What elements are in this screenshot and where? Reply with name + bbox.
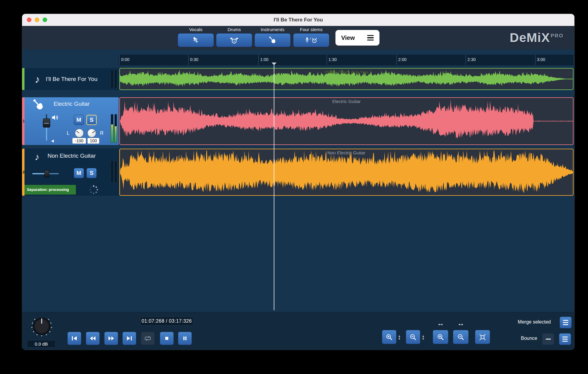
pause-button[interactable] (178, 332, 192, 345)
drum-kit-icon (229, 36, 239, 45)
instruments-button[interactable] (254, 33, 291, 47)
volume-db-readout: 0.0 dB (27, 340, 56, 348)
fader-handle[interactable] (43, 118, 50, 127)
processing-spinner-icon (89, 185, 99, 195)
merge-menu-button[interactable] (560, 317, 572, 328)
demix-pro-logo: DeMiXPRO (510, 31, 564, 45)
speaker-loud-icon (51, 114, 59, 121)
track-color-strip: 2 (22, 149, 24, 196)
zoom-out-width-button[interactable] (453, 330, 469, 344)
logo-text: DeMiX (510, 31, 550, 45)
track-header-electric-guitar[interactable]: Electric Guitar M S L R -100 100 (24, 97, 119, 145)
zoom-out-horizontal-button[interactable] (406, 330, 420, 344)
view-menu-icon (367, 35, 374, 41)
zoom-fit-icon (479, 333, 486, 341)
slider-handle[interactable] (44, 170, 49, 177)
track-row-non-electric-guitar: 2 ♪ Non Electric Guitar M S Separation: … (22, 149, 573, 196)
menu-icon (562, 337, 568, 341)
zoom-to-fit-button[interactable] (475, 330, 490, 344)
vertical-zoom-arrows-icon: ↕ (398, 330, 401, 344)
track-header-master[interactable]: ♪ I'll Be There For You (24, 68, 119, 90)
four-stems-button[interactable]: ♪ (293, 33, 329, 47)
track-row-electric-guitar: 1 Electric Guitar M S L (22, 97, 573, 145)
app-window: I'll Be There For You Vocals Drums (22, 14, 575, 350)
vocals-button[interactable] (178, 33, 214, 47)
drums-button[interactable] (216, 33, 252, 47)
mute-button[interactable]: M (74, 115, 84, 125)
waveform-electric-guitar (120, 98, 573, 144)
pause-icon (181, 335, 189, 342)
four-stems-icon: ♪ (304, 36, 318, 45)
track-title: I'll Be There For You (24, 76, 119, 82)
vocals-label: Vocals (178, 27, 214, 32)
zoom-out-icon (409, 333, 417, 341)
timeline-ruler[interactable]: 0:00 0:30 1:00 1:30 2:00 2:30 3:00 (119, 55, 573, 65)
track-color-strip: 1 (22, 97, 24, 145)
track-row-master: ♪ I'll Be There For You I'll Be There Fo… (22, 68, 573, 90)
bounce-menu-button[interactable] (559, 333, 571, 345)
level-meter (111, 114, 117, 143)
waveform-region-electric-guitar[interactable]: Electric Guitar (119, 97, 573, 145)
loop-icon (144, 335, 152, 342)
bounce-label: Bounce (521, 336, 537, 341)
window-title: I'll Be There For You (22, 14, 574, 26)
pan-right-knob[interactable] (87, 129, 96, 137)
level-meter (111, 161, 117, 182)
transport-bar: 0.0 dB 01:07:268 / 03:17:326 (22, 312, 574, 350)
stem-group-four-stems: Four stems ♪ (293, 26, 329, 50)
stem-group-drums: Drums (216, 26, 252, 50)
pan-left-label: L (67, 131, 69, 136)
level-meter (111, 70, 117, 88)
view-menu-button[interactable]: View (335, 30, 380, 46)
zoom-in-icon (385, 333, 393, 341)
stop-icon (163, 335, 170, 342)
rewind-icon (89, 335, 96, 342)
master-volume-knob[interactable] (30, 315, 53, 338)
pan-right-label: R (100, 131, 104, 136)
pan-left-value[interactable]: -100 (72, 138, 86, 144)
stop-button[interactable] (160, 332, 174, 345)
waveform-label: Non Electric Guitar (120, 150, 573, 155)
vertical-zoom-arrows-icon: ↕ (422, 330, 425, 344)
volume-slider[interactable] (32, 170, 59, 178)
bounce-remove-button[interactable] (542, 333, 554, 345)
zoom-in-width-button[interactable] (433, 330, 448, 344)
pan-left-knob[interactable] (75, 129, 84, 137)
view-label: View (341, 34, 355, 41)
ruler-tick: 2:30 (466, 55, 476, 65)
ruler-tick: 1:00 (258, 55, 268, 65)
track-header-non-electric-guitar[interactable]: ♪ Non Electric Guitar M S Separation: pr… (24, 149, 119, 196)
fast-forward-button[interactable] (104, 332, 118, 345)
pan-right-value[interactable]: 100 (87, 138, 99, 144)
waveform-region-master[interactable]: I'll Be There For You (119, 68, 573, 90)
microphone-icon (191, 36, 200, 45)
electric-guitar-icon (268, 36, 277, 45)
waveform-label: Electric Guitar (120, 99, 573, 104)
zoom-out-icon (457, 333, 465, 341)
skip-to-start-button[interactable] (67, 332, 81, 345)
mute-button[interactable]: M (74, 168, 84, 178)
minus-icon (546, 339, 551, 340)
playhead[interactable] (274, 65, 274, 310)
horizontal-zoom-arrows-icon: ↔ (433, 319, 448, 327)
fast-forward-icon (108, 335, 115, 342)
instruments-label: Instruments (254, 27, 291, 32)
track-title: Electric Guitar (24, 101, 119, 107)
ruler-tick: 2:00 (396, 55, 406, 65)
ruler-tick: 0:00 (119, 55, 129, 65)
volume-fader[interactable] (43, 114, 50, 141)
separation-status-row: Separation: processing (24, 185, 119, 195)
merge-selected-label: Merge selected (518, 319, 551, 325)
zoom-in-horizontal-button[interactable] (382, 330, 396, 344)
playhead-marker (272, 63, 276, 65)
waveform-region-non-electric-guitar[interactable]: Non Electric Guitar (119, 149, 573, 196)
zoom-in-icon (437, 333, 444, 341)
stem-group-instruments: Instruments (254, 26, 291, 50)
rewind-button[interactable] (86, 332, 100, 345)
ruler-tick: 1:30 (327, 55, 337, 65)
solo-button[interactable]: S (86, 115, 97, 125)
solo-button[interactable]: S (86, 168, 97, 178)
waveform-label: I'll Be There For You (120, 69, 573, 75)
loop-button[interactable] (141, 332, 155, 345)
skip-to-end-button[interactable] (122, 332, 136, 345)
